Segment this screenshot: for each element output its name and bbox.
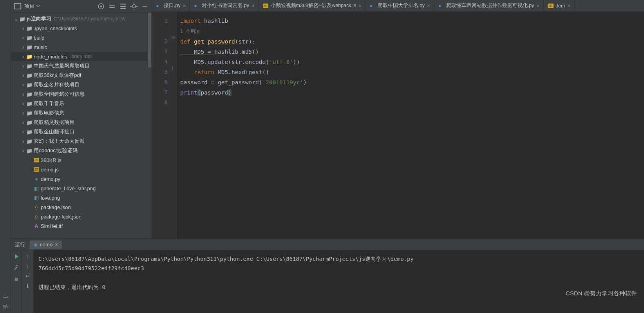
js-icon: [33, 158, 40, 162]
editor-tab[interactable]: 爬取中国大学排名.py×: [366, 0, 434, 11]
fold-gutter[interactable]: ⊟ ⌊: [172, 12, 177, 238]
close-icon[interactable]: ×: [55, 242, 58, 247]
tree-item[interactable]: 爬取全国建筑公司信息: [11, 89, 152, 99]
run-play-icon[interactable]: [13, 253, 20, 261]
bookmark-icon[interactable]: ▭: [3, 293, 8, 299]
chevron-right-icon[interactable]: [20, 138, 26, 144]
close-icon[interactable]: ×: [358, 3, 362, 9]
folder-icon: [26, 120, 33, 126]
fold-open-icon[interactable]: ⊟: [172, 35, 175, 40]
expand-all-icon[interactable]: [108, 2, 116, 11]
structure-bottom-label[interactable]: 结: [3, 303, 8, 310]
chevron-right-icon[interactable]: [20, 129, 26, 135]
tree-item[interactable]: 爬取精灵数据项目: [11, 118, 152, 127]
editor-tab[interactable]: 对小红书做词云图.py×: [190, 0, 259, 11]
chevron-right-icon[interactable]: [20, 25, 26, 31]
code-content[interactable]: import hashlib 1 个用法 def get_password(st…: [177, 12, 644, 238]
tree-item[interactable]: 爬取千千音乐: [11, 99, 152, 108]
js-icon: [33, 167, 40, 172]
chevron-right-icon[interactable]: [20, 44, 26, 50]
gutter: 12345678: [152, 12, 172, 238]
tree-item[interactable]: love.png: [11, 193, 152, 202]
editor-tab[interactable]: 小鹅通视频m3u8解密--涉及webpack.js×: [259, 0, 366, 11]
chevron-down-icon[interactable]: [13, 16, 19, 22]
tree-item[interactable]: 中国天气质量网爬取项目: [11, 61, 152, 71]
editor-tab[interactable]: 爬取懂车帝网站数据并作数据可视化.py×: [434, 0, 544, 11]
tree-item[interactable]: 玄幻：我！天命大反派: [11, 136, 152, 146]
chevron-right-icon[interactable]: [20, 72, 26, 78]
chevron-right-icon[interactable]: [20, 82, 26, 88]
run-panel-header: 运行: ◆ demo ×: [11, 239, 644, 250]
py-icon: [370, 3, 375, 9]
project-panel-title[interactable]: 项目: [24, 3, 40, 10]
stop-icon[interactable]: [13, 276, 20, 284]
gutter-line: 5: [152, 67, 168, 77]
collapse-all-icon[interactable]: [119, 2, 127, 11]
locate-icon[interactable]: [97, 2, 105, 11]
chevron-right-icon[interactable]: [20, 35, 26, 41]
chevron-right-icon[interactable]: [20, 100, 26, 107]
tree-item-label: demo.py: [41, 176, 60, 182]
tree-item[interactable]: demo.py: [11, 174, 152, 184]
tree-item[interactable]: .ipynb_checkpoints: [11, 24, 152, 33]
close-icon[interactable]: ×: [251, 3, 255, 9]
tree-item[interactable]: 爬取企名片科技项目: [11, 80, 152, 89]
run-panel: 运行: ◆ demo × ↑ ↓ ↩ ⤓ C:\Users\86187\AppD…: [11, 238, 644, 313]
tree-item[interactable]: demo.js: [11, 165, 152, 174]
tree-item[interactable]: node_moduleslibrary root: [11, 52, 152, 61]
tree-item-label: 爬取全国建筑公司信息: [34, 91, 85, 98]
tree-item[interactable]: SimHei.ttf: [11, 221, 152, 231]
down-arrow-icon[interactable]: ↓: [26, 263, 29, 269]
chevron-right-icon[interactable]: [20, 63, 26, 69]
tree-root[interactable]: js逆向学习 C:\Users\86187\PycharmProjects\j: [11, 14, 152, 24]
tree-item[interactable]: 爬取金山翻译接口: [11, 127, 152, 136]
run-controls-left2: ↑ ↓ ↩ ⤓: [22, 250, 34, 313]
tree-item-label: 爬取电影信息: [34, 109, 64, 116]
run-controls-left: [11, 250, 22, 313]
editor-tab[interactable]: dem×: [544, 0, 575, 11]
tree-item[interactable]: 用ddddocr过验证码: [11, 146, 152, 155]
tree-item-label: 玄幻：我！天命大反派: [34, 138, 85, 145]
scroll-to-end-icon[interactable]: ⤓: [25, 283, 30, 289]
up-arrow-icon[interactable]: ↑: [26, 253, 29, 259]
folder-icon: [26, 25, 33, 31]
tree-item[interactable]: package-lock.json: [11, 212, 152, 221]
folder-icon: [26, 82, 33, 88]
tree-scrollbar-thumb[interactable]: [148, 13, 151, 67]
folder-icon: [26, 35, 33, 41]
project-tree[interactable]: js逆向学习 C:\Users\86187\PycharmProjects\j …: [11, 13, 152, 238]
run-tab[interactable]: ◆ demo ×: [30, 240, 62, 249]
chevron-right-icon[interactable]: [20, 53, 26, 60]
close-icon[interactable]: ×: [567, 3, 570, 9]
console-output[interactable]: C:\Users\86187\AppData\Local\Programs\Py…: [34, 250, 644, 313]
tree-item-label: generate_Love_star.png: [41, 186, 96, 191]
tree-item-label: 爬取千千音乐: [34, 100, 64, 107]
chevron-right-icon[interactable]: [20, 147, 26, 154]
soft-wrap-icon[interactable]: ↩: [25, 273, 30, 279]
tree-item-label: 用ddddocr过验证码: [34, 147, 78, 154]
tree-item[interactable]: 爬取36kr文章保存pdf: [11, 71, 152, 80]
wrench-icon[interactable]: [13, 265, 20, 272]
project-view-icon[interactable]: [13, 2, 22, 11]
tree-item[interactable]: generate_Love_star.png: [11, 184, 152, 193]
close-icon[interactable]: ×: [537, 3, 540, 9]
fold-close-icon[interactable]: ⌊: [172, 66, 174, 70]
tree-item[interactable]: music: [11, 42, 152, 52]
tree-scrollbar[interactable]: [148, 13, 151, 238]
hide-panel-icon[interactable]: —: [141, 2, 149, 11]
chevron-right-icon[interactable]: [20, 119, 26, 126]
folder-orange-icon: [26, 54, 33, 60]
editor[interactable]: 12345678 ⊟ ⌊ import hashlib 1 个用法 def ge…: [152, 12, 644, 238]
chevron-right-icon[interactable]: [20, 91, 26, 97]
tree-item[interactable]: package.json: [11, 202, 152, 212]
py-icon: [194, 3, 199, 9]
editor-tab[interactable]: 接口.py×: [152, 0, 190, 11]
json-icon: [33, 205, 40, 209]
chevron-right-icon[interactable]: [20, 110, 26, 116]
tree-item[interactable]: build: [11, 33, 152, 42]
tree-item[interactable]: 360KR.js: [11, 155, 152, 165]
close-icon[interactable]: ×: [427, 3, 430, 9]
tree-item[interactable]: 爬取电影信息: [11, 108, 152, 118]
gear-icon[interactable]: [130, 2, 138, 11]
close-icon[interactable]: ×: [183, 3, 186, 9]
